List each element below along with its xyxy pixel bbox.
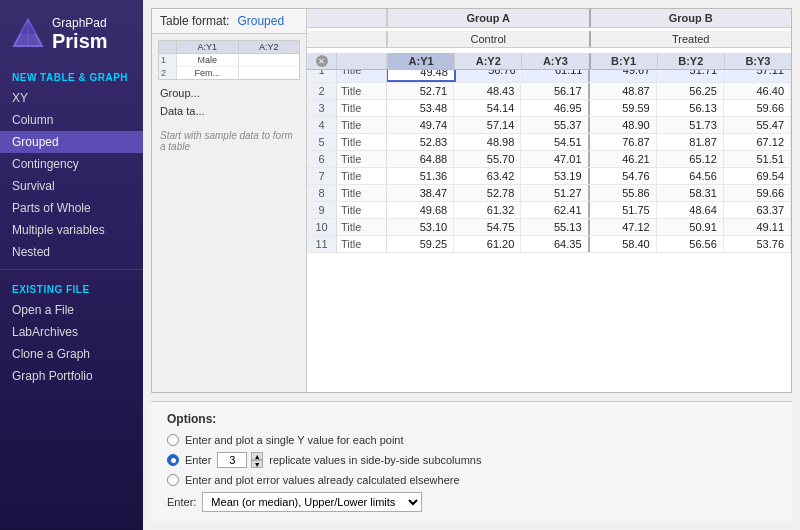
data-table-area[interactable]: Group A Group B Control Treated ✕ A:Y1 A… <box>307 9 791 392</box>
sidebar-item-labarchives[interactable]: LabArchives <box>0 321 143 343</box>
data-cell[interactable]: 55.70 <box>454 151 521 167</box>
data-cell[interactable]: 51.27 <box>521 185 589 201</box>
data-cell[interactable]: 51.51 <box>724 151 791 167</box>
radio-error-values[interactable] <box>167 474 179 486</box>
data-cell[interactable]: 54.75 <box>454 219 521 235</box>
data-cell[interactable]: 55.37 <box>521 117 589 133</box>
data-cell[interactable]: 58.31 <box>657 185 724 201</box>
sidebar-item-grouped[interactable]: Grouped <box>0 131 143 153</box>
data-cell[interactable]: 52.71 <box>387 83 454 99</box>
logo-prism: Prism <box>52 30 108 52</box>
data-cell[interactable]: 56.56 <box>657 236 724 252</box>
clear-icon[interactable]: ✕ <box>316 55 328 67</box>
data-cell[interactable]: 62.41 <box>521 202 589 218</box>
data-cell[interactable]: 67.12 <box>724 134 791 150</box>
data-cell[interactable]: 47.12 <box>590 219 657 235</box>
data-cell[interactable]: 50.91 <box>657 219 724 235</box>
data-cell[interactable]: 52.78 <box>454 185 521 201</box>
sidebar-item-multiple-variables[interactable]: Multiple variables <box>0 219 143 241</box>
spinner-down[interactable]: ▼ <box>251 460 263 468</box>
data-cell[interactable]: 49.68 <box>387 202 454 218</box>
table-row: 4Title49.7457.1455.3748.9051.7355.47 <box>307 117 791 134</box>
data-cell[interactable]: 76.87 <box>590 134 657 150</box>
data-cell[interactable]: 59.25 <box>387 236 454 252</box>
col-header-ay3[interactable]: A:Y3 <box>522 53 590 69</box>
radio-single-y[interactable] <box>167 434 179 446</box>
group-label[interactable]: Group... <box>152 84 306 102</box>
data-cell[interactable]: 69.54 <box>724 168 791 184</box>
data-cell[interactable]: 46.95 <box>521 100 589 116</box>
data-cell[interactable]: 48.64 <box>657 202 724 218</box>
row-num: 11 <box>307 236 337 252</box>
sidebar-item-xy[interactable]: XY <box>0 87 143 109</box>
col-header-ay2[interactable]: A:Y2 <box>455 53 522 69</box>
data-cell[interactable]: 56.13 <box>657 100 724 116</box>
data-cell[interactable]: 54.76 <box>590 168 657 184</box>
data-cell[interactable]: 53.48 <box>387 100 454 116</box>
sidebar-item-clone-graph[interactable]: Clone a Graph <box>0 343 143 365</box>
sidebar-item-contingency[interactable]: Contingency <box>0 153 143 175</box>
data-cell[interactable]: 64.35 <box>521 236 589 252</box>
data-cell[interactable]: 53.76 <box>724 236 791 252</box>
data-cell[interactable]: 51.73 <box>657 117 724 133</box>
data-cell[interactable]: 63.37 <box>724 202 791 218</box>
data-cell[interactable]: 48.43 <box>454 83 521 99</box>
existing-file-section-title: EXISTING FILE <box>0 276 143 299</box>
data-cell[interactable]: 81.87 <box>657 134 724 150</box>
spinner-up[interactable]: ▲ <box>251 452 263 460</box>
data-cell[interactable]: 55.47 <box>724 117 791 133</box>
data-cell[interactable]: 63.42 <box>454 168 521 184</box>
table-row: 2Title52.7148.4356.1748.8756.2546.40 <box>307 83 791 100</box>
data-cell[interactable]: 59.59 <box>590 100 657 116</box>
sidebar-item-nested[interactable]: Nested <box>0 241 143 263</box>
col-header-by1[interactable]: B:Y1 <box>591 53 658 69</box>
data-cell[interactable]: 58.40 <box>590 236 657 252</box>
sidebar-item-survival[interactable]: Survival <box>0 175 143 197</box>
data-cell[interactable]: 48.98 <box>454 134 521 150</box>
data-cell[interactable]: 51.36 <box>387 168 454 184</box>
data-cell[interactable]: 49.74 <box>387 117 454 133</box>
group-header-row: Group A Group B <box>307 9 791 28</box>
row-title: Title <box>337 236 387 252</box>
data-table-label[interactable]: Data ta... <box>152 102 306 120</box>
replicate-count-input[interactable] <box>217 452 247 468</box>
data-cell[interactable]: 61.32 <box>454 202 521 218</box>
sidebar-item-open-file[interactable]: Open a File <box>0 299 143 321</box>
data-cell[interactable]: 48.87 <box>590 83 657 99</box>
data-cell[interactable]: 55.13 <box>521 219 589 235</box>
data-cell[interactable]: 48.90 <box>590 117 657 133</box>
data-cell[interactable]: 59.66 <box>724 185 791 201</box>
data-cell[interactable]: 38.47 <box>387 185 454 201</box>
data-cell[interactable]: 51.75 <box>590 202 657 218</box>
data-cell[interactable]: 56.17 <box>521 83 589 99</box>
data-cell[interactable]: 64.56 <box>657 168 724 184</box>
mini-row-2: 2 Fem... <box>159 67 299 79</box>
format-header: Table format: Grouped <box>152 9 306 34</box>
col-header-by3[interactable]: B:Y3 <box>725 53 791 69</box>
data-cell[interactable]: 46.40 <box>724 83 791 99</box>
replicate-spinner[interactable]: ▲ ▼ <box>251 452 263 468</box>
data-cell[interactable]: 49.11 <box>724 219 791 235</box>
data-cell[interactable]: 64.88 <box>387 151 454 167</box>
radio-replicate[interactable] <box>167 454 179 466</box>
sidebar-item-graph-portfolio[interactable]: Graph Portfolio <box>0 365 143 387</box>
sidebar-item-column[interactable]: Column <box>0 109 143 131</box>
data-cell[interactable]: 55.86 <box>590 185 657 201</box>
group-a-header: Group A <box>387 9 591 27</box>
sidebar-item-parts-of-whole[interactable]: Parts of Whole <box>0 197 143 219</box>
data-cell[interactable]: 61.20 <box>454 236 521 252</box>
col-header-ay1[interactable]: A:Y1 <box>387 53 455 69</box>
enter-select[interactable]: Mean (or median), Upper/Lower limits <box>202 492 422 512</box>
data-cell[interactable]: 53.19 <box>521 168 589 184</box>
data-cell[interactable]: 53.10 <box>387 219 454 235</box>
data-cell[interactable]: 54.51 <box>521 134 589 150</box>
col-header-by2[interactable]: B:Y2 <box>658 53 725 69</box>
data-cell[interactable]: 52.83 <box>387 134 454 150</box>
data-cell[interactable]: 47.01 <box>521 151 589 167</box>
data-cell[interactable]: 46.21 <box>590 151 657 167</box>
data-cell[interactable]: 57.14 <box>454 117 521 133</box>
data-cell[interactable]: 56.25 <box>657 83 724 99</box>
data-cell[interactable]: 54.14 <box>454 100 521 116</box>
data-cell[interactable]: 65.12 <box>657 151 724 167</box>
data-cell[interactable]: 59.66 <box>724 100 791 116</box>
